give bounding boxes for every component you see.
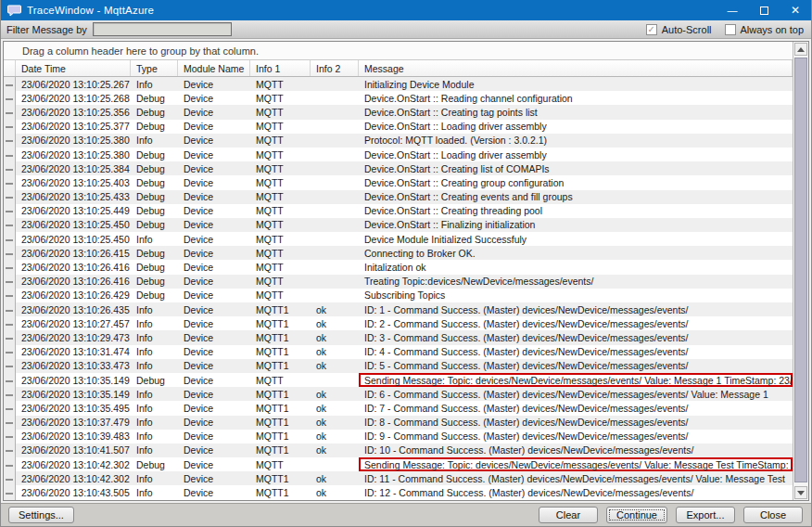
table-row[interactable]: 23/06/2020 13:10:35.149 Debug Device MQT…	[4, 373, 793, 387]
column-header-info1[interactable]: Info 1	[250, 60, 311, 76]
close-window-button[interactable]: Close	[743, 507, 803, 523]
table-row[interactable]: 23/06/2020 13:10:26.429 Debug Device MQT…	[4, 289, 793, 302]
table-row[interactable]: 23/06/2020 13:10:26.416 Debug Device MQT…	[4, 260, 793, 274]
scroll-down-button[interactable]	[794, 486, 807, 499]
cell-info1: MQTT1	[250, 416, 311, 430]
cell-type: Info	[131, 401, 178, 415]
minimize-button[interactable]: —	[717, 0, 748, 20]
group-by-dropzone[interactable]: Drag a column header here to group by th…	[4, 42, 793, 60]
cell-module-name: Device	[178, 275, 250, 289]
row-marker-icon	[6, 211, 13, 212]
table-row[interactable]: 23/06/2020 13:10:25.377 Debug Device MQT…	[4, 120, 793, 134]
table-row[interactable]: 23/06/2020 13:10:43.505 Info Device MQTT…	[4, 485, 793, 499]
row-marker-icon	[6, 493, 13, 495]
cell-info1: MQTT	[250, 120, 311, 134]
table-row[interactable]: 23/06/2020 13:10:26.415 Debug Device MQT…	[4, 246, 793, 260]
cell-module-name: Device	[178, 232, 250, 246]
row-marker-icon	[6, 155, 13, 157]
table-row[interactable]: 23/06/2020 13:10:25.450 Debug Device MQT…	[4, 218, 793, 232]
table-row[interactable]: 23/06/2020 13:10:27.457 Info Device MQTT…	[4, 316, 793, 330]
clear-button[interactable]: Clear	[539, 507, 598, 523]
column-header-message[interactable]: Message	[359, 60, 793, 76]
table-row[interactable]: 23/06/2020 13:10:26.435 Info Device MQTT…	[4, 302, 793, 316]
row-indicator	[4, 232, 16, 246]
table-row[interactable]: 23/06/2020 13:10:26.416 Debug Device MQT…	[4, 275, 793, 289]
table-row[interactable]: 23/06/2020 13:10:25.403 Debug Device MQT…	[4, 175, 793, 189]
cell-datetime: 23/06/2020 13:10:26.416	[16, 275, 131, 289]
column-header-datetime[interactable]: Date Time	[16, 60, 131, 76]
row-indicator	[4, 260, 16, 274]
cell-module-name: Device	[178, 430, 250, 443]
row-indicator	[4, 161, 16, 175]
table-row[interactable]: 23/06/2020 13:10:39.483 Info Device MQTT…	[4, 430, 793, 443]
column-header-module-name[interactable]: Module Name	[178, 60, 250, 76]
scrollbar-thumb[interactable]	[794, 58, 807, 482]
row-marker-icon	[6, 422, 13, 424]
close-button[interactable]: ✕	[780, 0, 811, 20]
cell-type: Info	[131, 471, 178, 485]
column-header-row: Date Time Type Module Name Info 1 Info 2…	[4, 60, 793, 77]
scroll-up-button[interactable]	[794, 43, 807, 56]
cell-type: Info	[131, 345, 178, 359]
table-row[interactable]: 23/06/2020 13:10:35.149 Info Device MQTT…	[4, 387, 793, 401]
table-row[interactable]: 23/06/2020 13:10:25.268 Debug Device MQT…	[4, 91, 793, 105]
table-row[interactable]: 23/06/2020 13:10:37.479 Info Device MQTT…	[4, 416, 793, 430]
column-header-type[interactable]: Type	[131, 60, 178, 76]
maximize-button[interactable]	[748, 0, 780, 20]
row-indicator	[4, 105, 16, 119]
cell-datetime: 23/06/2020 13:10:42.302	[16, 471, 131, 485]
vertical-scrollbar[interactable]	[793, 42, 808, 500]
table-row[interactable]: 23/06/2020 13:10:42.302 Info Device MQTT…	[4, 471, 793, 485]
table-row[interactable]: 23/06/2020 13:10:35.495 Info Device MQTT…	[4, 401, 793, 415]
cell-message: ID: 4 - Command Success. (Master) device…	[359, 345, 793, 359]
table-row[interactable]: 23/06/2020 13:10:25.267 Info Device MQTT…	[4, 77, 793, 91]
table-row[interactable]: 23/06/2020 13:10:31.474 Info Device MQTT…	[4, 345, 793, 359]
cell-message: Device.OnStart :: Finalizing initializat…	[359, 218, 793, 232]
row-marker-icon	[6, 310, 13, 312]
continue-button[interactable]: Continue	[606, 507, 667, 523]
alwaysontop-checkbox-group[interactable]: Always on top	[725, 24, 804, 35]
cell-info1: MQTT	[250, 260, 311, 274]
cell-module-name: Device	[178, 302, 250, 316]
window-title: TraceWindow - MqttAzure	[27, 5, 717, 16]
table-row[interactable]: 23/06/2020 13:10:25.356 Debug Device MQT…	[4, 105, 793, 119]
row-indicator	[4, 190, 16, 204]
table-row[interactable]: 23/06/2020 13:10:29.473 Info Device MQTT…	[4, 330, 793, 344]
cell-info1: MQTT	[250, 91, 311, 105]
cell-type: Debug	[131, 204, 178, 218]
cell-datetime: 23/06/2020 13:10:25.380	[16, 134, 131, 148]
cell-info2: ok	[311, 443, 359, 457]
table-row[interactable]: 23/06/2020 13:10:33.473 Info Device MQTT…	[4, 359, 793, 373]
table-row[interactable]: 23/06/2020 13:10:25.450 Info Device MQTT…	[4, 232, 793, 246]
table-row[interactable]: 23/06/2020 13:10:25.380 Debug Device MQT…	[4, 148, 793, 161]
table-row[interactable]: 23/06/2020 13:10:25.449 Debug Device MQT…	[4, 204, 793, 218]
cell-module-name: Device	[178, 175, 250, 189]
autoscroll-checkbox[interactable]: ✓	[646, 24, 657, 35]
table-row[interactable]: 23/06/2020 13:10:42.302 Debug Device MQT…	[4, 457, 793, 471]
cell-info2	[311, 275, 359, 289]
alwaysontop-checkbox[interactable]	[725, 24, 736, 35]
table-row[interactable]: 23/06/2020 13:10:41.507 Info Device MQTT…	[4, 443, 793, 457]
cell-module-name: Device	[178, 330, 250, 344]
filter-input[interactable]	[93, 22, 232, 36]
autoscroll-checkbox-group[interactable]: ✓ Auto-Scroll	[646, 24, 712, 35]
row-marker-icon	[6, 352, 13, 353]
cell-info2	[311, 457, 359, 471]
table-row[interactable]: 23/06/2020 13:10:25.433 Debug Device MQT…	[4, 190, 793, 204]
column-header-info2[interactable]: Info 2	[311, 60, 359, 76]
row-marker-icon	[6, 338, 13, 340]
cell-type: Debug	[131, 161, 178, 175]
cell-message: Device.OnStart :: Creating tag points li…	[359, 105, 793, 119]
settings-button[interactable]: Settings...	[8, 507, 74, 523]
table-row[interactable]: 23/06/2020 13:10:25.384 Debug Device MQT…	[4, 161, 793, 175]
speech-balloon-icon	[7, 5, 21, 17]
cell-info1: MQTT	[250, 190, 311, 204]
row-marker-icon	[6, 267, 13, 269]
export-button[interactable]: Export...	[676, 507, 735, 523]
cell-type: Info	[131, 443, 178, 457]
cell-datetime: 23/06/2020 13:10:25.377	[16, 120, 131, 134]
cell-message: Device.OnStart :: Creating events and fi…	[359, 190, 793, 204]
table-row[interactable]: 23/06/2020 13:10:25.380 Info Device MQTT…	[4, 134, 793, 148]
cell-module-name: Device	[178, 148, 250, 161]
row-indicator	[4, 302, 16, 316]
